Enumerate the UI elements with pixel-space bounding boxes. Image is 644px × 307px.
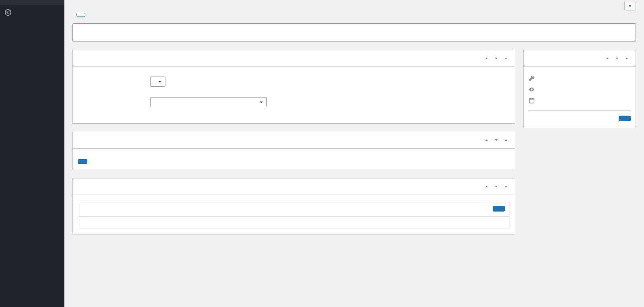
days-off-add-button[interactable] (493, 206, 505, 212)
toggle-panel-icon[interactable] (623, 54, 631, 62)
move-down-icon[interactable] (492, 54, 500, 62)
toggle-panel-icon[interactable] (502, 136, 510, 144)
post-title-input[interactable] (72, 23, 636, 42)
admin-sidebar (0, 0, 64, 307)
collapse-icon (4, 8, 12, 17)
schedule-settings-box (72, 50, 515, 124)
move-down-icon[interactable] (613, 54, 621, 62)
main-location-select[interactable] (150, 97, 267, 107)
employee-label (78, 77, 150, 79)
collapse-menu-button[interactable] (0, 5, 64, 20)
svg-point-0 (5, 10, 11, 15)
toggle-panel-icon[interactable] (502, 54, 510, 62)
timetable-box (72, 132, 515, 170)
move-up-icon[interactable] (483, 54, 491, 62)
key-icon (528, 75, 536, 81)
eye-icon (528, 86, 536, 93)
add-new-button[interactable] (76, 13, 85, 17)
chevron-down-icon: ▾ (629, 3, 632, 9)
publish-box (523, 50, 636, 128)
main-content: ▾ (64, 0, 644, 307)
location-label (78, 97, 150, 100)
screen-options-button[interactable]: ▾ (624, 2, 636, 10)
update-button[interactable] (619, 116, 631, 121)
move-up-icon[interactable] (483, 183, 491, 191)
move-up-icon[interactable] (483, 136, 491, 144)
employee-select[interactable] (150, 77, 165, 87)
days-off-box (72, 178, 515, 234)
move-down-icon[interactable] (492, 136, 500, 144)
calendar-icon (528, 97, 536, 104)
toggle-panel-icon[interactable] (502, 183, 510, 191)
move-down-icon[interactable] (492, 183, 500, 191)
timetable-add-button[interactable] (78, 159, 87, 164)
days-off-empty (78, 217, 510, 228)
move-up-icon[interactable] (603, 54, 611, 62)
